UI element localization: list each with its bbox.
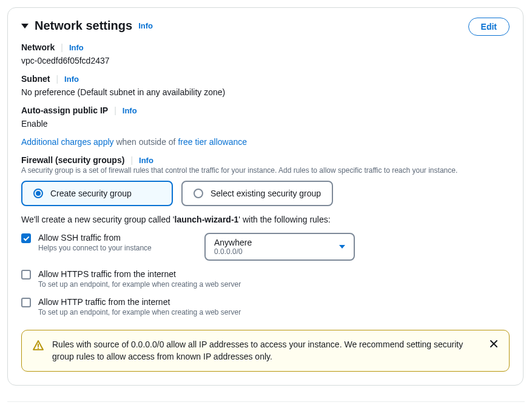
sg-create-text: We'll create a new security group called… [21, 215, 510, 224]
sg-radio-group: Create security group Select existing se… [21, 181, 510, 206]
panel-title: Network settings [35, 19, 132, 33]
auto-ip-label: Auto-assign public IP [21, 105, 108, 115]
auto-ip-info-link[interactable]: Info [123, 106, 137, 115]
open-sg-warning: Rules with source of 0.0.0.0/0 allow all… [21, 330, 510, 372]
checkmark-icon [23, 235, 29, 241]
ssh-source-dropdown[interactable]: Anywhere 0.0.0.0/0 [204, 233, 355, 261]
subnet-field: Subnet | Info No preference (Default sub… [21, 74, 510, 97]
edit-button[interactable]: Edit [468, 18, 510, 36]
sg-name: launch-wizard-1 [175, 215, 239, 224]
http-label: Allow HTTP traffic from the internet [38, 297, 510, 307]
network-field: Network | Info vpc-0cedfd6f05fcd2437 [21, 42, 510, 65]
radio-icon [33, 189, 43, 198]
http-checkbox[interactable] [21, 298, 31, 307]
divider: | [61, 42, 63, 52]
warning-triangle-icon [33, 340, 44, 351]
create-sg-radio[interactable]: Create security group [21, 181, 173, 206]
ssh-traffic-row: Allow SSH traffic from Helps you connect… [21, 233, 510, 261]
auto-assign-ip-field: Auto-assign public IP | Info Enable [21, 105, 510, 129]
auto-ip-value: Enable [21, 119, 510, 129]
dropdown-main: Anywhere [214, 238, 252, 247]
collapse-caret-icon[interactable] [21, 24, 29, 28]
firewall-desc: A security group is a set of firewall ru… [21, 166, 510, 175]
subnet-value: No preference (Default subnet in any ava… [21, 87, 510, 97]
https-label: Allow HTTPS traffic from the internet [38, 269, 510, 279]
charges-mid: when outside of [114, 137, 178, 147]
warning-text: Rules with source of 0.0.0.0/0 allow all… [52, 339, 476, 363]
section-divider [7, 401, 525, 402]
charges-notice: Additional charges apply when outside of… [21, 137, 510, 147]
close-icon[interactable] [490, 339, 498, 350]
https-traffic-row: Allow HTTPS traffic from the internet To… [21, 269, 510, 289]
dropdown-sub: 0.0.0.0/0 [214, 247, 252, 256]
http-help: To set up an endpoint, for example when … [38, 308, 510, 316]
panel-header: Network settings Info Edit [21, 19, 510, 33]
divider: | [56, 74, 58, 84]
network-info-link[interactable]: Info [69, 43, 84, 52]
radio-icon [194, 189, 203, 198]
panel-info-link[interactable]: Info [138, 21, 153, 30]
svg-point-1 [38, 347, 39, 349]
create-sg-label: Create security group [50, 189, 132, 198]
subnet-label: Subnet [21, 74, 50, 84]
ssh-checkbox[interactable] [21, 233, 31, 243]
https-help: To set up an endpoint, for example when … [38, 280, 510, 289]
select-existing-sg-radio[interactable]: Select existing security group [181, 181, 333, 206]
free-tier-link[interactable]: free tier allowance [178, 137, 247, 147]
firewall-field: Firewall (security groups) | Info A secu… [21, 155, 510, 206]
network-value: vpc-0cedfd6f05fcd2437 [21, 56, 510, 65]
network-label: Network [21, 42, 55, 52]
divider: | [130, 155, 133, 165]
https-checkbox[interactable] [21, 270, 31, 279]
ssh-label: Allow SSH traffic from [38, 233, 197, 243]
ssh-help: Helps you connect to your instance [38, 244, 197, 252]
subnet-info-link[interactable]: Info [64, 75, 79, 84]
firewall-info-link[interactable]: Info [139, 156, 153, 165]
additional-charges-link[interactable]: Additional charges apply [21, 137, 114, 147]
select-existing-sg-label: Select existing security group [210, 189, 321, 198]
network-settings-panel: Network settings Info Edit Network | Inf… [7, 7, 524, 386]
http-traffic-row: Allow HTTP traffic from the internet To … [21, 297, 510, 316]
firewall-label: Firewall (security groups) [21, 155, 124, 165]
divider: | [114, 105, 116, 115]
chevron-down-icon [339, 245, 345, 249]
